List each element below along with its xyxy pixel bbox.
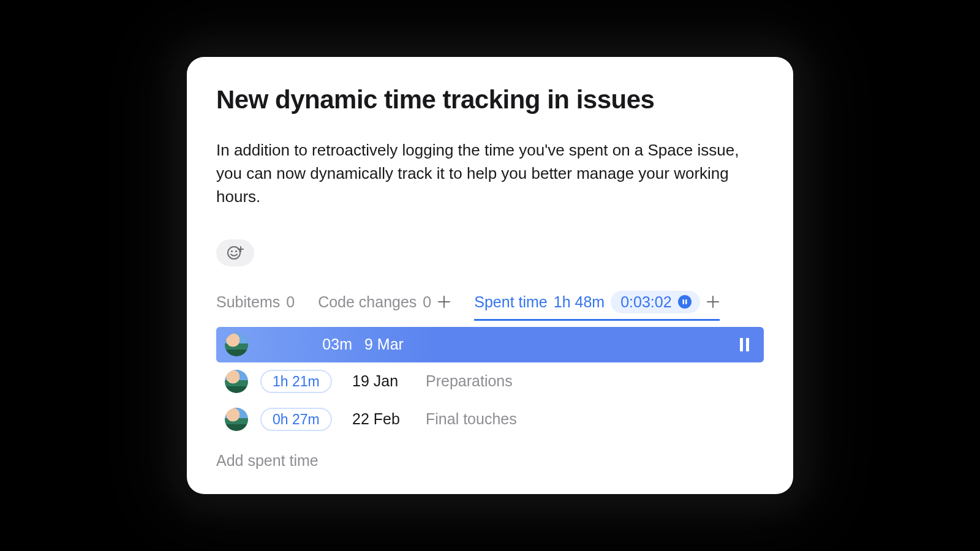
add-reaction-button[interactable]: [216, 239, 254, 266]
tab-subitems[interactable]: Subitems 0: [216, 293, 295, 311]
entry-note: Preparations: [426, 372, 513, 390]
add-spent-time-button[interactable]: Add spent time: [216, 452, 764, 470]
tab-spent-time-total: 1h 48m: [554, 293, 605, 311]
avatar: [225, 408, 248, 431]
tab-subitems-count: 0: [286, 293, 295, 311]
entry-duration: 0h 27m: [260, 408, 332, 431]
entry-duration: 03m: [260, 335, 352, 353]
time-entry[interactable]: 1h 21m 19 Jan Preparations: [216, 362, 764, 400]
svg-point-2: [235, 250, 237, 252]
page-description: In addition to retroactively logging the…: [216, 139, 755, 208]
tab-code-changes-count: 0: [423, 293, 431, 311]
pause-icon: [678, 295, 692, 309]
entry-date: 9 Mar: [364, 335, 426, 353]
avatar: [225, 333, 248, 356]
issue-card: New dynamic time tracking in issues In a…: [187, 57, 793, 493]
entry-date: 19 Jan: [352, 372, 413, 390]
running-timer-pill[interactable]: 0:03:02: [611, 291, 699, 313]
tabs-row: Subitems 0 Code changes 0 Spent time 1h …: [216, 291, 764, 320]
tab-code-changes-label: Code changes: [318, 293, 417, 311]
page-title: New dynamic time tracking in issues: [216, 85, 764, 114]
svg-point-1: [231, 250, 233, 252]
plus-icon[interactable]: [437, 295, 451, 309]
pause-icon[interactable]: [740, 338, 749, 351]
avatar: [225, 370, 248, 393]
smiley-plus-icon: [226, 245, 244, 261]
entry-date: 22 Feb: [352, 410, 413, 428]
tab-spent-time[interactable]: Spent time 1h 48m 0:03:02: [474, 291, 719, 313]
tab-subitems-label: Subitems: [216, 293, 280, 311]
svg-rect-3: [682, 299, 684, 304]
tab-spent-time-label: Spent time: [474, 293, 548, 311]
time-entry[interactable]: 0h 27m 22 Feb Final touches: [216, 400, 764, 438]
time-entry-running[interactable]: 03m 9 Mar: [216, 327, 764, 362]
svg-rect-4: [685, 299, 687, 304]
plus-icon[interactable]: [706, 295, 720, 309]
tab-code-changes[interactable]: Code changes 0: [318, 293, 451, 311]
time-entries: 03m 9 Mar 1h 21m 19 Jan Preparations 0h …: [216, 327, 764, 438]
entry-duration: 1h 21m: [260, 370, 332, 393]
entry-note: Final touches: [426, 410, 517, 428]
running-timer-value: 0:03:02: [620, 293, 671, 311]
